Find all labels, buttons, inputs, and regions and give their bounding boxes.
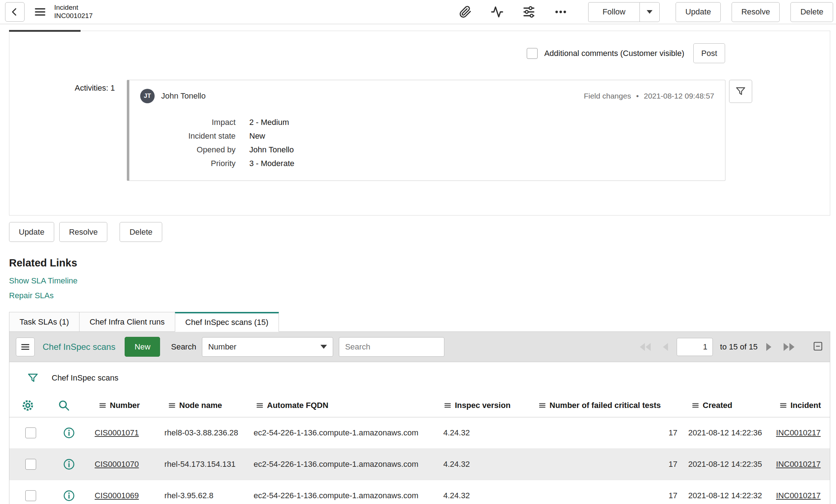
first-page-icon[interactable] [638,342,654,352]
avatar: JT [140,89,155,103]
node-name-cell: rhel-3.95.62.8 [164,491,214,500]
context-menu-icon[interactable] [34,6,46,18]
row-checkbox[interactable] [25,459,36,470]
node-name-cell: rhel8-03-3.88.236.28 [164,428,238,438]
more-options-icon[interactable] [554,5,567,18]
list-title-link[interactable]: Chef InSpec scans [43,342,115,352]
activity-card-header: JT John Tonello Field changes • 2021-08-… [140,89,714,103]
field-change-row: Impact 2 - Medium [140,116,714,129]
gear-icon[interactable] [21,399,34,412]
field-value: New [249,129,265,143]
inspec-version-cell: 4.24.32 [443,491,470,500]
field-value: 3 - Moderate [249,157,294,170]
tab-task-slas[interactable]: Task SLAs (1) [9,312,79,332]
info-icon[interactable] [63,459,75,470]
caret-down-icon [647,10,652,14]
field-value: John Tonello [249,143,294,157]
column-header-inspec-version[interactable]: Inspec version [444,394,510,417]
created-cell: 2021-08-12 14:22:36 [688,428,762,438]
info-icon[interactable] [63,490,75,501]
record-type-label: Incident [54,4,93,12]
column-header-label: Inspec version [455,401,510,410]
column-header-automate-fqdn[interactable]: Automate FQDN [256,394,328,417]
post-button[interactable]: Post [693,43,725,63]
activity-stream-icon[interactable] [491,5,504,18]
page-number-input[interactable] [677,338,713,356]
scan-number-link[interactable]: CIS0001070 [95,460,139,469]
column-header-label: Number of failed critical tests [550,401,661,410]
column-menu-icon[interactable] [99,402,106,409]
tab-chef-infra-client-runs[interactable]: Chef Infra Client runs [79,312,175,332]
column-header-incident[interactable]: Incident [780,394,821,417]
incident-form-section: Additional comments (Customer visible) P… [9,31,830,216]
row-checkbox[interactable] [25,490,36,501]
search-column-value: Number [208,342,236,352]
row-checkbox[interactable] [25,427,36,438]
last-page-icon[interactable] [781,342,797,352]
column-menu-icon[interactable] [692,402,699,409]
table-row: CIS0001070 rhel-54.173.154.131 ec2-54-22… [9,449,830,480]
column-menu-icon[interactable] [256,402,263,409]
update-button[interactable]: Update [9,222,54,242]
field-label: Impact [140,116,236,129]
column-menu-icon[interactable] [780,402,787,409]
activities-count-label: Activities: 1 [9,80,115,93]
attachment-icon[interactable] [459,5,472,18]
search-column-select[interactable]: Number [202,337,333,357]
incident-link[interactable]: INC0010217 [776,428,821,438]
column-menu-icon[interactable] [539,402,546,409]
resolve-button-header[interactable]: Resolve [732,2,780,22]
breadcrumb-filter-icon[interactable] [27,372,39,384]
incident-header: Incident INC0010217 Follow Update Resolv… [0,0,836,24]
tab-chef-inspec-scans[interactable]: Chef InSpec scans (15) [175,312,279,332]
inspec-version-cell: 4.24.32 [443,460,470,469]
chef-inspec-scans-list: Chef InSpec scans New Search Number to 1… [9,331,830,504]
created-cell: 2021-08-12 14:22:35 [688,460,762,469]
list-breadcrumb-row: Chef InSpec scans [9,362,830,394]
next-page-icon[interactable] [765,342,773,352]
column-header-number[interactable]: Number [99,394,140,417]
back-button[interactable] [5,2,25,22]
personalize-icon[interactable] [522,5,535,18]
incident-link[interactable]: INC0010217 [776,460,821,469]
activity-filter-button[interactable] [729,80,752,103]
incident-link[interactable]: INC0010217 [776,491,821,500]
search-icon[interactable] [58,399,70,412]
follow-button[interactable]: Follow [588,2,639,22]
delete-button[interactable]: Delete [120,222,162,242]
record-number-label: INC0010217 [54,12,93,20]
new-record-button[interactable]: New [125,337,160,357]
chevron-left-icon [9,6,20,17]
active-section-indicator [9,30,81,32]
activity-meta: Field changes • 2021-08-12 09:48:57 [584,92,714,100]
activities-row: Activities: 1 JT John Tonello Field chan… [9,80,830,181]
delete-button-header[interactable]: Delete [790,2,833,22]
scan-number-link[interactable]: CIS0001069 [95,491,139,500]
list-search-input[interactable] [339,337,444,357]
resolve-button[interactable]: Resolve [59,222,107,242]
previous-page-icon[interactable] [661,342,669,352]
failed-tests-cell: 17 [606,491,677,500]
activity-event-type: Field changes [584,92,631,100]
column-header-created[interactable]: Created [692,394,732,417]
column-menu-icon[interactable] [444,402,451,409]
automate-fqdn-cell: ec2-54-226-1-136.compute-1.amazonaws.com [254,460,418,469]
scan-number-link[interactable]: CIS0001071 [95,428,139,438]
list-menu-button[interactable] [16,338,35,356]
column-menu-icon[interactable] [168,402,176,409]
update-button-header[interactable]: Update [676,2,721,22]
show-sla-timeline-link[interactable]: Show SLA Timeline [9,276,78,286]
column-header-failed-critical-tests[interactable]: Number of failed critical tests [539,394,661,417]
search-label: Search [171,342,196,352]
follow-split-button: Follow [588,2,660,22]
repair-slas-link[interactable]: Repair SLAs [9,291,54,300]
follow-dropdown-button[interactable] [639,2,660,22]
list-pagination: to 15 of 15 [638,338,823,356]
collapse-list-button[interactable] [813,341,823,353]
column-header-node-name[interactable]: Node name [168,394,222,417]
failed-tests-cell: 17 [606,428,677,438]
breadcrumb[interactable]: Chef InSpec scans [52,373,118,383]
table-row: CIS0001069 rhel-3.95.62.8 ec2-54-226-1-1… [9,480,830,504]
customer-visible-checkbox[interactable] [527,48,538,59]
info-icon[interactable] [63,427,75,439]
